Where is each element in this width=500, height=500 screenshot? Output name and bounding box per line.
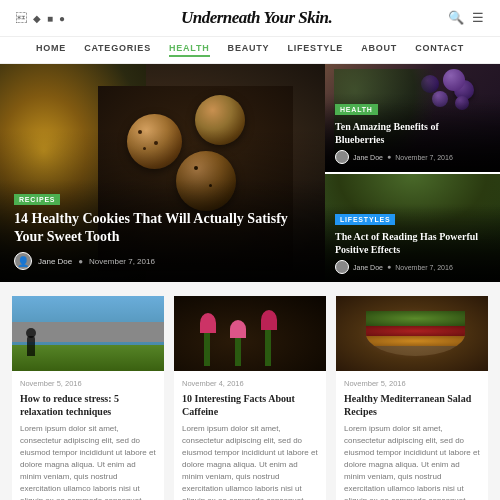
article-date-stress: November 5, 2016 [20, 379, 156, 388]
hero-main-article[interactable]: RECIPES 14 Healthy Cookies That Will Act… [0, 64, 325, 282]
article-text-salad: Lorem ipsum dolor sit amet, consectetur … [344, 423, 480, 500]
blueberry-meta: Jane Doe ● November 7, 2016 [335, 150, 490, 164]
articles-grid: November 5, 2016 How to reduce stress: 5… [0, 282, 500, 500]
hero-main-title: 14 Healthy Cookies That Will Actually Sa… [14, 210, 311, 246]
reading-date: November 7, 2016 [395, 264, 453, 271]
twitter-icon[interactable]: ◆ [33, 13, 41, 24]
article-card-stress[interactable]: November 5, 2016 How to reduce stress: 5… [12, 296, 164, 500]
blueberry-title: Ten Amazing Benefits of Blueberries [335, 120, 490, 146]
nav-health[interactable]: HEALTH [169, 43, 210, 57]
hero-article-date: November 7, 2016 [89, 257, 155, 266]
article-img-stress [12, 296, 164, 371]
article-text-stress: Lorem ipsum dolor sit amet, consectetur … [20, 423, 156, 500]
article-body-salad: November 5, 2016 Healthy Mediterranean S… [336, 371, 488, 500]
article-card-caffeine[interactable]: November 4, 2016 10 Interesting Facts Ab… [174, 296, 326, 500]
article-card-salad[interactable]: November 5, 2016 Healthy Mediterranean S… [336, 296, 488, 500]
nav-about[interactable]: ABOUT [361, 43, 397, 57]
nav-lifestyle[interactable]: LIFESTYLE [287, 43, 343, 57]
reading-author-avatar [335, 260, 349, 274]
article-body-caffeine: November 4, 2016 10 Interesting Facts Ab… [174, 371, 326, 500]
menu-icon[interactable]: ☰ [472, 10, 484, 26]
reading-meta: Jane Doe ● November 7, 2016 [335, 260, 490, 274]
article-date-salad: November 5, 2016 [344, 379, 480, 388]
social-icons:  ◆ ■ ● [16, 12, 65, 24]
article-title-salad[interactable]: Healthy Mediterranean Salad Recipes [344, 392, 480, 418]
blueberry-author: Jane Doe [353, 154, 383, 161]
header-actions: 🔍 ☰ [448, 10, 484, 26]
article-text-caffeine: Lorem ipsum dolor sit amet, consectetur … [182, 423, 318, 500]
nav-beauty[interactable]: BEAUTY [228, 43, 270, 57]
hero-author-avatar: 👤 [14, 252, 32, 270]
facebook-icon[interactable]:  [16, 12, 27, 24]
google-icon[interactable]: ■ [47, 13, 53, 24]
article-img-salad [336, 296, 488, 371]
reading-author: Jane Doe [353, 264, 383, 271]
article-title-caffeine[interactable]: 10 Interesting Facts About Caffeine [182, 392, 318, 418]
hero-author-name: Jane Doe [38, 257, 72, 266]
site-title: Underneath Your Skin. [65, 8, 448, 28]
hero-card-blueberry[interactable]: HEALTH Ten Amazing Benefits of Blueberri… [325, 64, 500, 174]
blueberry-date: November 7, 2016 [395, 154, 453, 161]
search-icon[interactable]: 🔍 [448, 10, 464, 26]
hero-main-meta: 👤 Jane Doe ● November 7, 2016 [14, 252, 311, 270]
blueberry-author-avatar [335, 150, 349, 164]
hero-main-overlay: RECIPES 14 Healthy Cookies That Will Act… [0, 179, 325, 282]
article-date-caffeine: November 4, 2016 [182, 379, 318, 388]
hero-main-tag: RECIPES [14, 194, 60, 205]
article-img-caffeine [174, 296, 326, 371]
nav-home[interactable]: HOME [36, 43, 66, 57]
meta-separator: ● [78, 257, 83, 266]
site-header:  ◆ ■ ● Underneath Your Skin. 🔍 ☰ [0, 0, 500, 37]
hero-right-cards: HEALTH Ten Amazing Benefits of Blueberri… [325, 64, 500, 282]
hero-card-reading[interactable]: LIFESTYLES The Act of Reading Has Powerf… [325, 174, 500, 282]
hero-card-blueberry-overlay: HEALTH Ten Amazing Benefits of Blueberri… [325, 93, 500, 172]
nav-contact[interactable]: CONTACT [415, 43, 464, 57]
main-nav: HOME CATEGORIES HEALTH BEAUTY LIFESTYLE … [0, 37, 500, 64]
article-body-stress: November 5, 2016 How to reduce stress: 5… [12, 371, 164, 500]
nav-categories[interactable]: CATEGORIES [84, 43, 151, 57]
hero-card-reading-overlay: LIFESTYLES The Act of Reading Has Powerf… [325, 203, 500, 282]
hero-section: RECIPES 14 Healthy Cookies That Will Act… [0, 64, 500, 282]
reading-tag: LIFESTYLES [335, 214, 395, 225]
article-title-stress[interactable]: How to reduce stress: 5 relaxation techn… [20, 392, 156, 418]
blueberry-tag: HEALTH [335, 104, 378, 115]
reading-title: The Act of Reading Has Powerful Positive… [335, 230, 490, 256]
